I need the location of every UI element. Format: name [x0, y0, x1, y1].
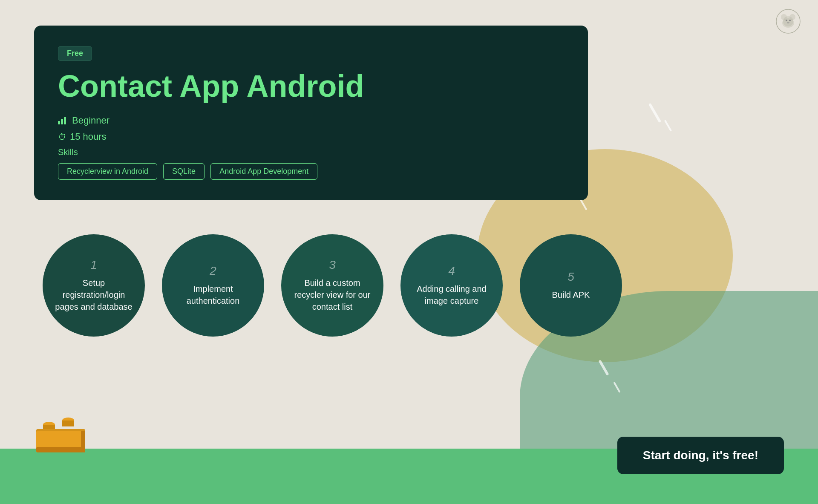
step-circle-5: 5 Build APK	[520, 234, 622, 337]
course-title: Contact App Android	[58, 69, 564, 103]
step-number-5: 5	[567, 270, 574, 284]
skills-label: Skills	[58, 147, 564, 157]
skill-tag: Recyclerview in Android	[58, 163, 157, 180]
clock-icon: ⏱	[58, 132, 66, 142]
free-badge: Free	[58, 46, 92, 61]
step-number-3: 3	[329, 258, 336, 272]
step-number-4: 4	[448, 264, 455, 278]
svg-point-4	[783, 16, 793, 26]
level-row: Beginner	[58, 115, 564, 126]
step-number-2: 2	[210, 264, 216, 278]
lego-brick	[34, 413, 89, 461]
svg-rect-11	[62, 420, 74, 426]
duration-row: ⏱ 15 hours	[58, 131, 564, 142]
step-text-4: Adding calling and image capture	[411, 283, 493, 307]
step-text-5: Build APK	[552, 289, 590, 301]
level-icon	[58, 117, 66, 124]
step-circle-3: 3 Build a custom recycler view for our c…	[281, 234, 383, 337]
header-card: Free Contact App Android Beginner ⏱ 15 h…	[34, 26, 588, 200]
step-circle-4: 4 Adding calling and image capture	[400, 234, 503, 337]
skill-tag: Android App Development	[210, 163, 317, 180]
cta-button[interactable]: Start doing, it's free!	[617, 437, 784, 474]
content-wrapper: Free Contact App Android Beginner ⏱ 15 h…	[0, 0, 818, 362]
step-text-1: Setup registration/login pages and datab…	[53, 277, 135, 313]
bear-icon	[775, 9, 801, 34]
step-text-2: Implement authentication	[172, 283, 254, 307]
svg-rect-14	[36, 447, 85, 452]
svg-point-7	[787, 22, 789, 23]
svg-point-6	[789, 20, 791, 21]
step-circle-1: 1 Setup registration/login pages and dat…	[43, 234, 145, 337]
level-text: Beginner	[72, 115, 109, 126]
skills-tags: Recyclerview in Android SQLite Android A…	[58, 163, 564, 180]
step-circle-2: 2 Implement authentication	[162, 234, 264, 337]
skill-tag: SQLite	[163, 163, 204, 180]
step-text-3: Build a custom recycler view for our con…	[291, 277, 373, 313]
step-number-1: 1	[90, 258, 97, 272]
duration-text: 15 hours	[70, 131, 107, 142]
svg-point-5	[786, 20, 787, 21]
svg-rect-15	[81, 431, 85, 452]
steps-section: 1 Setup registration/login pages and dat…	[34, 234, 784, 337]
